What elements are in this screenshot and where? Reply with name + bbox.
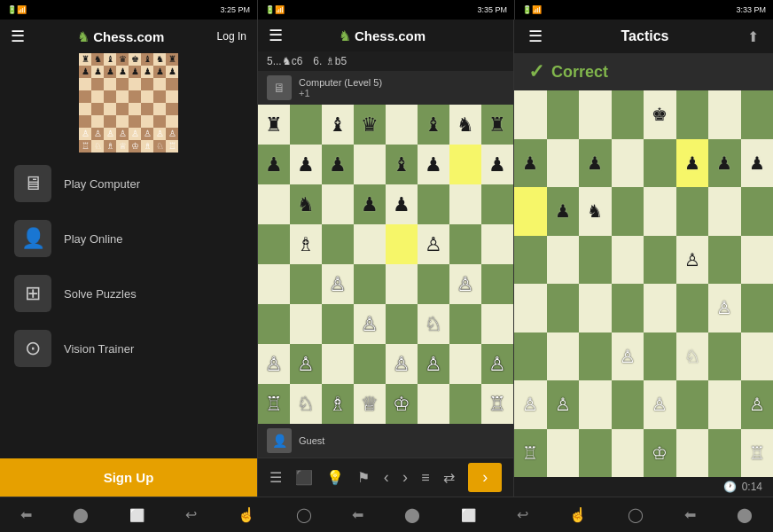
tactics-title: Tactics: [621, 28, 669, 44]
puzzle-icon: ⊞: [25, 282, 41, 305]
person-icon: 👤: [21, 227, 45, 250]
status-mid-icons: 🔋📶: [265, 5, 285, 14]
login-button[interactable]: Log In: [217, 30, 246, 43]
nav-home-icon-3[interactable]: ⬤: [737, 506, 753, 523]
vision-trainer-label: Vision Trainer: [64, 342, 134, 356]
board-icon[interactable]: ⬛: [295, 469, 313, 486]
move-notation: 5...♞c6 6. ♗b5: [258, 51, 513, 71]
nav-circle-icon-2[interactable]: ◯: [628, 506, 644, 523]
status-left-time: 3:25 PM: [220, 5, 250, 14]
nav-circle-icon-1[interactable]: ◯: [296, 506, 312, 523]
nav-rotate-icon-2[interactable]: ↩: [517, 506, 528, 523]
flag-icon[interactable]: ⚑: [357, 469, 370, 486]
status-right-time: 3:33 PM: [736, 5, 766, 14]
right-hamburger-icon[interactable]: ☰: [528, 27, 543, 46]
target-icon: ⊙: [25, 337, 41, 360]
computer-player-rating: +1: [299, 88, 382, 98]
computer-icon: 🖥: [23, 172, 43, 195]
share-icon[interactable]: ⬆: [747, 28, 759, 45]
nav-hand-icon-1[interactable]: ☝: [238, 506, 255, 523]
chess-preview-board: (function(){ const sq = document.current…: [79, 53, 178, 153]
main-chess-board[interactable]: (function(){ const board = document.getE…: [258, 105, 513, 424]
bulb-icon[interactable]: 💡: [326, 469, 344, 486]
play-online-label: Play Online: [64, 232, 122, 246]
tactics-chess-board[interactable]: (function(){ const board = document.getE…: [514, 90, 773, 477]
timer-display: 0:14: [742, 481, 762, 493]
moves-list-icon[interactable]: ≡: [421, 470, 429, 486]
nav-back-icon-3[interactable]: ⬅: [684, 506, 696, 523]
computer-player-row: 🖥 Computer (Level 5) +1: [258, 71, 513, 105]
guest-player-name: Guest: [299, 435, 324, 446]
left-logo: ♞ Chess.com: [77, 28, 164, 45]
next-move-icon[interactable]: ›: [402, 468, 408, 487]
correct-banner: ✓ Correct: [514, 53, 773, 90]
nav-home-icon-2[interactable]: ⬤: [404, 506, 420, 523]
mid-logo: ♞ Chess.com: [339, 27, 426, 44]
list-icon[interactable]: ☰: [269, 469, 282, 486]
computer-player-name: Computer (Level 5): [299, 77, 382, 88]
clock-icon: 🕐: [723, 481, 737, 493]
guest-player-row: 👤 Guest: [258, 424, 513, 458]
status-mid-time: 3:35 PM: [477, 5, 507, 14]
check-icon: ✓: [528, 60, 544, 83]
nav-home-icon-1[interactable]: ⬤: [73, 506, 89, 523]
menu-item-vision-trainer[interactable]: ⊙ Vision Trainer: [0, 321, 257, 376]
nav-hand-icon-2[interactable]: ☝: [569, 506, 587, 523]
timer-row: 🕐 0:14: [514, 477, 773, 497]
mid-hamburger-icon[interactable]: ☰: [269, 26, 283, 45]
hamburger-icon[interactable]: ☰: [11, 27, 25, 46]
play-computer-label: Play Computer: [64, 177, 140, 191]
bottom-nav: ⬅ ⬤ ⬜ ↩ ☝ ◯ ⬅ ⬤ ⬜ ↩ ☝ ◯ ⬅ ⬤: [0, 497, 773, 532]
prev-icon[interactable]: ‹: [384, 468, 389, 487]
menu-item-solve-puzzles[interactable]: ⊞ Solve Puzzles: [0, 266, 257, 321]
flip-board-icon[interactable]: ⇄: [443, 469, 455, 486]
menu-item-play-online[interactable]: 👤 Play Online: [0, 211, 257, 266]
nav-back-icon-2[interactable]: ⬅: [352, 506, 363, 523]
status-right-icons: 🔋📶: [522, 5, 542, 14]
board-toolbar: ☰ ⬛ 💡 ⚑ ‹ › ≡ ⇄ ›: [258, 458, 513, 497]
solve-puzzles-label: Solve Puzzles: [64, 287, 137, 301]
nav-square-icon-2[interactable]: ⬜: [461, 508, 476, 522]
nav-square-icon-1[interactable]: ⬜: [129, 508, 144, 522]
next-button[interactable]: ›: [468, 463, 502, 492]
nav-rotate-icon-1[interactable]: ↩: [185, 506, 197, 523]
nav-back-icon-1[interactable]: ⬅: [20, 506, 32, 523]
status-left-icons: 🔋📶: [7, 5, 27, 14]
signup-button[interactable]: Sign Up: [0, 458, 257, 497]
menu-item-play-computer[interactable]: 🖥 Play Computer: [0, 156, 257, 211]
